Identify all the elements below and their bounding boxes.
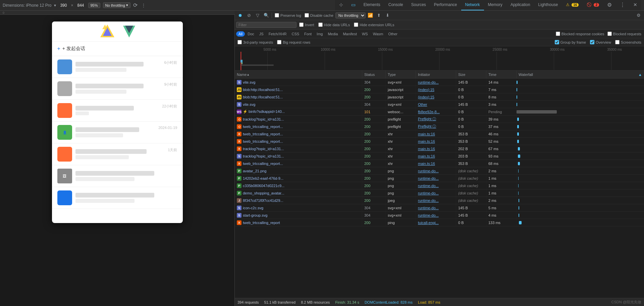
table-row[interactable]: P c335b0806047d0221c9... 200 png runtime… bbox=[235, 182, 644, 189]
cell-initiator[interactable]: runtime-do... bbox=[416, 79, 456, 86]
throttle-badge[interactable]: No throttling ▾ bbox=[103, 2, 130, 8]
width-value[interactable]: 390 bbox=[59, 3, 68, 8]
blocked-response-cookies[interactable]: 3rd-party requests Blocked response cook… bbox=[554, 32, 606, 36]
cell-initiator[interactable]: (index):15 bbox=[416, 93, 456, 100]
cell-initiator[interactable]: main.ts:16 bbox=[416, 130, 456, 137]
devtools-settings-right[interactable]: ⚙ bbox=[635, 11, 643, 19]
filter-tag-manifest[interactable]: Manifest bbox=[340, 31, 359, 37]
third-party-checkbox[interactable]: 3rd-party requests bbox=[237, 40, 273, 44]
screenshots-checkbox[interactable]: Screenshots bbox=[615, 40, 641, 44]
cell-initiator[interactable]: tuicall-engi... bbox=[416, 219, 456, 226]
cell-initiator[interactable]: main.ts:16 bbox=[416, 138, 456, 145]
more-icon[interactable]: ⋮ bbox=[142, 3, 146, 8]
hide-data-urls-checkbox[interactable]: Hide data URLs bbox=[317, 23, 352, 27]
cell-initiator[interactable]: Other bbox=[416, 101, 456, 108]
table-row[interactable]: S start-group.svg 304 svg+xml runtime-do… bbox=[235, 212, 644, 219]
preserve-log-checkbox[interactable]: Preserve log bbox=[273, 13, 303, 17]
table-row[interactable]: ◇ tracklog?topic_id=a131... 200 prefligh… bbox=[235, 116, 644, 123]
table-row[interactable]: J 8f347cd71f0f7cc41d29... 200 jpeg runti… bbox=[235, 197, 644, 204]
cell-initiator[interactable]: main.ts:16 bbox=[416, 152, 456, 160]
record-button[interactable]: ⏺ bbox=[236, 11, 244, 19]
list-item[interactable]: 6小时前 bbox=[52, 56, 183, 78]
table-row[interactable]: S vite.svg 304 svg+xml runtime-do... 145… bbox=[235, 79, 644, 86]
table-row[interactable]: X tracklog?topic_id=a131... 200 xhr main… bbox=[235, 145, 644, 152]
export-button[interactable]: ⬇ bbox=[384, 11, 392, 19]
table-row[interactable]: X tweb_trtccalling_report... 200 xhr mai… bbox=[235, 160, 644, 167]
filter-tag-ws[interactable]: WS bbox=[360, 31, 370, 37]
overview-checkbox[interactable]: Overview bbox=[590, 40, 611, 44]
warning-badge[interactable]: ⚠ 16 bbox=[562, 0, 583, 10]
table-row[interactable]: X tweb_trtccalling_report 200 ping tuica… bbox=[235, 219, 644, 226]
table-row[interactable]: P avatar_21.png 200 png runtime-do... (d… bbox=[235, 167, 644, 175]
devtools-settings-icon[interactable]: ⚙ bbox=[603, 0, 616, 10]
tab-lighthouse[interactable]: Lighthouse bbox=[534, 0, 562, 10]
tab-memory[interactable]: Memory bbox=[484, 0, 506, 10]
filter-tag-css[interactable]: CSS bbox=[289, 31, 302, 37]
table-row[interactable]: P 14202eb2-eaaf-476d-9... 200 png runtim… bbox=[235, 175, 644, 182]
col-header-name[interactable]: Name bbox=[235, 71, 362, 78]
filter-tag-fetch[interactable]: Fetch/XHR bbox=[266, 31, 289, 37]
tab-sources[interactable]: Sources bbox=[407, 0, 430, 10]
import-button[interactable]: ⬆ bbox=[375, 11, 383, 19]
col-header-status[interactable]: Status bbox=[362, 71, 386, 78]
devtools-more-icon[interactable]: ⋮ bbox=[616, 0, 629, 10]
table-row[interactable]: X tweb_trtccalling_report... 200 xhr mai… bbox=[235, 130, 644, 138]
table-row[interactable]: ◇ tweb_trtccalling_report... 200 preflig… bbox=[235, 123, 644, 130]
cell-initiator[interactable]: Preflight ⓘ bbox=[416, 116, 456, 123]
table-row[interactable]: S icon-c2c.svg 304 svg+xml runtime-do...… bbox=[235, 204, 644, 212]
table-row[interactable]: S tracklog?topic_id=a131... 200 xhr main… bbox=[235, 152, 644, 160]
select-mode-icon[interactable]: ⊹ bbox=[335, 0, 347, 10]
rotate-icon[interactable]: ⟳ bbox=[133, 2, 138, 8]
tab-performance[interactable]: Performance bbox=[430, 0, 461, 10]
list-item[interactable]: 9小时前 bbox=[52, 78, 183, 100]
network-table[interactable]: S vite.svg 304 svg+xml runtime-do... 145… bbox=[235, 79, 644, 298]
chevron-icon[interactable]: ▾ bbox=[54, 3, 56, 8]
filter-tag-other[interactable]: Other bbox=[386, 31, 400, 37]
tab-console[interactable]: Console bbox=[384, 0, 407, 10]
tab-application[interactable]: Application bbox=[506, 0, 534, 10]
search-button[interactable]: 🔍 bbox=[262, 11, 270, 19]
cell-initiator[interactable]: runtime-do... bbox=[416, 197, 456, 204]
blocked-requests[interactable]: Blocked requests bbox=[606, 32, 643, 36]
invert-checkbox[interactable]: Invert bbox=[298, 23, 316, 27]
filter-tag-img[interactable]: Img bbox=[314, 31, 325, 37]
table-row[interactable]: JS blob:http://localhost:51... 200 javas… bbox=[235, 93, 644, 101]
filter-tag-font[interactable]: Font bbox=[302, 31, 314, 37]
new-chat-button[interactable]: + + 发起会话 bbox=[52, 42, 183, 56]
col-header-size[interactable]: Size bbox=[456, 71, 486, 78]
col-header-time[interactable]: Time bbox=[486, 71, 517, 78]
filter-icon-button[interactable]: ▽ bbox=[254, 11, 262, 19]
cell-initiator[interactable]: (index):15 bbox=[416, 86, 456, 93]
table-row[interactable]: X tweb_trtccalling_report... 200 xhr mai… bbox=[235, 138, 644, 145]
group-by-frame-checkbox[interactable]: Group by frame bbox=[555, 40, 586, 44]
list-item[interactable]: 🖼 bbox=[52, 165, 183, 187]
cell-initiator[interactable]: runtime-do... bbox=[416, 189, 456, 196]
cell-initiator[interactable]: runtime-do... bbox=[416, 167, 456, 174]
cell-initiator[interactable]: runtime-do... bbox=[416, 175, 456, 182]
height-value[interactable]: 844 bbox=[76, 3, 85, 8]
big-rows-checkbox[interactable]: Big request rows bbox=[277, 40, 310, 44]
hide-extension-urls-checkbox[interactable]: Hide extension URLs bbox=[353, 23, 395, 27]
filter-tag-all[interactable]: All bbox=[236, 31, 245, 37]
tab-network[interactable]: Network bbox=[461, 0, 484, 10]
filter-tag-doc[interactable]: Doc bbox=[245, 31, 257, 37]
table-row[interactable]: WS ⚡ binfo?sdkappid=140... 101 websoc...… bbox=[235, 108, 644, 116]
cell-initiator[interactable]: runtime-do... bbox=[416, 182, 456, 189]
cell-initiator[interactable]: runtime-do... bbox=[416, 212, 456, 219]
wifi-icon-button[interactable]: 📶 bbox=[366, 11, 374, 19]
list-item[interactable]: 👤 2024-01-19 bbox=[52, 122, 183, 143]
error-badge[interactable]: 🚫 2 bbox=[583, 0, 603, 10]
throttle-select[interactable]: No throttling bbox=[335, 12, 366, 18]
col-header-waterfall[interactable]: Waterfall ▲ bbox=[517, 71, 644, 78]
clear-button[interactable]: ⊘ bbox=[245, 11, 253, 19]
disable-cache-checkbox[interactable]: Disable cache bbox=[303, 13, 335, 17]
table-row[interactable]: JS blob:http://localhost:51... 200 javas… bbox=[235, 86, 644, 93]
cell-initiator[interactable]: fb8ee92e-8... bbox=[416, 108, 456, 115]
list-item[interactable] bbox=[52, 187, 183, 209]
cell-initiator[interactable]: runtime-do... bbox=[416, 204, 456, 211]
zoom-select[interactable]: 95% bbox=[88, 3, 100, 8]
table-row[interactable]: P demo_shopping_avatar... 200 png runtim… bbox=[235, 189, 644, 197]
devtools-undock-icon[interactable]: ✕ bbox=[629, 0, 641, 10]
cell-initiator[interactable]: main.ts:16 bbox=[416, 145, 456, 152]
filter-tag-js[interactable]: JS bbox=[257, 31, 266, 37]
